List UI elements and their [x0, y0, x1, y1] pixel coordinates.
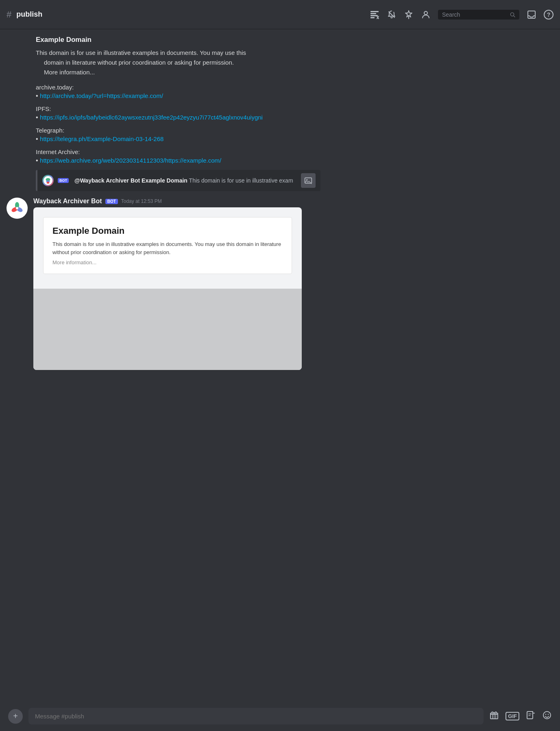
svg-line-9 [514, 15, 515, 17]
ipfs-section: IPFS: • https://ipfs.io/ipfs/bafybeidlc6… [36, 105, 547, 121]
rich-embed-card: Example Domain This domain is for use in… [33, 207, 302, 370]
message-content: Wayback Archiver Bot BOT Today at 12:53 … [33, 198, 553, 370]
bot-message-row: Wayback Archiver Bot BOT Today at 12:53 … [7, 198, 553, 370]
attach-button[interactable]: + [8, 709, 23, 724]
embed-screenshot-body: This domain is for use in illustrative e… [52, 240, 283, 256]
bot-badge: BOT [105, 199, 118, 204]
sticker-icon[interactable] [526, 710, 536, 722]
search-icon [510, 11, 515, 18]
embed-screenshot-preview: Example Domain This domain is for use in… [43, 217, 292, 274]
channel-hash-icon: # [7, 9, 11, 20]
threads-icon[interactable] [370, 10, 379, 20]
embed-screenshot-title: Example Domain [52, 226, 283, 236]
previous-message-embed: Example Domain This domain is for use in… [7, 36, 553, 164]
svg-point-14 [47, 182, 50, 183]
input-bar: + GIF [0, 701, 560, 731]
svg-point-7 [424, 11, 427, 15]
svg-rect-24 [527, 711, 533, 719]
channel-name: publish [16, 10, 42, 19]
channel-header: # publish [0, 0, 560, 29]
svg-point-28 [545, 714, 546, 714]
compact-embed-bot-avatar [42, 175, 54, 186]
compact-embed-image-icon [301, 173, 316, 188]
pin-icon[interactable] [404, 10, 414, 20]
embed-body: This domain is for use in illustrative e… [36, 48, 547, 77]
search-bar[interactable] [438, 10, 519, 20]
svg-rect-1 [370, 13, 376, 14]
message-header: Wayback Archiver Bot BOT Today at 12:53 … [33, 198, 553, 205]
svg-point-29 [548, 714, 549, 714]
message-username: Wayback Archiver Bot [33, 198, 102, 205]
internet-archive-section: Internet Archive: • https://web.archive.… [36, 148, 547, 164]
svg-rect-15 [305, 178, 312, 183]
emoji-icon[interactable] [542, 710, 552, 722]
input-actions: GIF [489, 710, 552, 722]
rich-embed-inner: Example Domain This domain is for use in… [33, 207, 302, 289]
svg-rect-0 [370, 11, 379, 12]
header-icons: ? [370, 10, 553, 20]
ipfs-label: IPFS: [36, 105, 547, 112]
embed-screenshot-link: More information... [52, 259, 283, 265]
notification-icon[interactable] [387, 10, 397, 20]
internet-archive-label: Internet Archive: [36, 148, 547, 155]
archive-today-label: archive.today: [36, 84, 547, 91]
ipfs-link[interactable]: https://ipfs.io/ipfs/bafybeidlc62aywsxez… [40, 114, 263, 121]
compact-embed-bot-badge: BOT [58, 178, 69, 183]
gif-label: GIF [508, 713, 517, 719]
archive-today-link[interactable]: http://archive.today/?url=https://exampl… [40, 92, 163, 99]
inbox-icon[interactable] [527, 10, 536, 20]
telegraph-link[interactable]: https://telegra.ph/Example-Domain-03-14-… [40, 135, 163, 142]
archive-today-section: archive.today: • http://archive.today/?u… [36, 84, 547, 100]
embed-screenshot-bottom [33, 289, 302, 370]
internet-archive-link[interactable]: https://web.archive.org/web/202303141123… [40, 157, 221, 164]
message-input[interactable] [28, 708, 484, 724]
members-icon[interactable] [421, 10, 431, 20]
telegraph-section: Telegraph: • https://telegra.ph/Example-… [36, 127, 547, 143]
svg-point-21 [16, 207, 18, 209]
compact-embed-preview[interactable]: BOT @Wayback Archiver Bot Example Domain… [36, 170, 320, 191]
gift-icon[interactable] [489, 710, 499, 722]
compact-embed-text: @Wayback Archiver Bot Example Domain Thi… [74, 177, 293, 184]
svg-point-16 [306, 179, 307, 181]
message-timestamp: Today at 12:53 PM [121, 198, 162, 204]
embed-title: Example Domain [36, 36, 547, 44]
svg-rect-3 [370, 17, 375, 18]
search-input[interactable] [442, 11, 507, 18]
telegraph-label: Telegraph: [36, 127, 547, 134]
gif-button[interactable]: GIF [506, 712, 519, 720]
help-icon[interactable]: ? [544, 10, 553, 20]
bot-avatar [7, 198, 28, 219]
messages-area: Example Domain This domain is for use in… [0, 29, 560, 701]
